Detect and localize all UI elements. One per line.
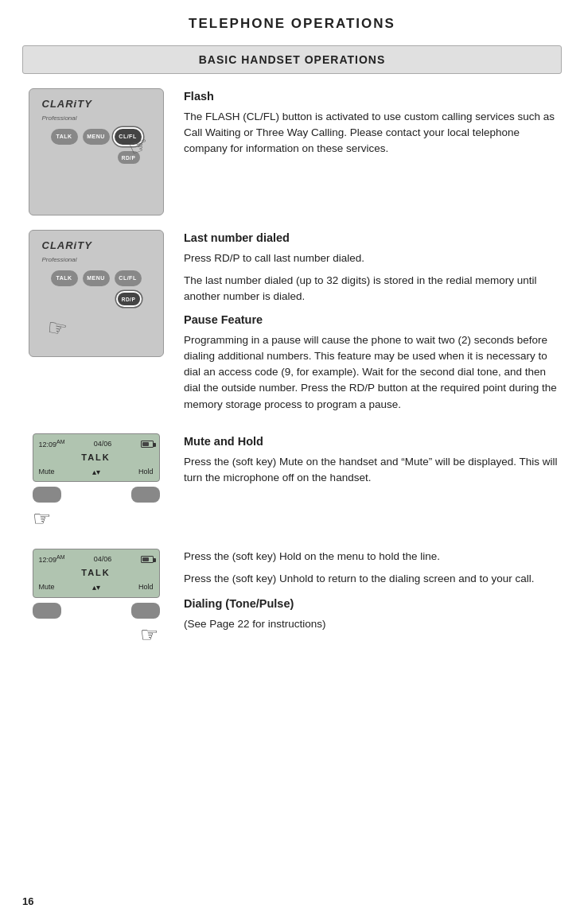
heading-mute: Mute and Hold xyxy=(184,433,562,450)
image-last-number: CLARiTY Professional TALK MENU CL/FL RD/… xyxy=(22,230,169,357)
text-flash: Flash The FLASH (CL/FL) button is activa… xyxy=(184,88,562,164)
talk-btn-2: TALK xyxy=(51,270,78,286)
battery-icon-mute xyxy=(141,439,154,449)
menu-btn-1: MENU xyxy=(83,129,110,145)
image-flash: CLARiTY Professional TALK MENU CL/FL RD/… xyxy=(22,88,169,215)
para-mute-1: Press the (soft key) Mute on the handset… xyxy=(184,454,562,487)
screen-soft-hold: Mute ▴▾ Hold xyxy=(39,582,154,594)
section-flash: CLARiTY Professional TALK MENU CL/FL RD/… xyxy=(22,88,562,215)
screen-time-mute: 12:09AM xyxy=(39,438,65,450)
image-hold: 12:09AM 04/06 TALK Mute ▴▾ Hold xyxy=(22,549,169,650)
softkey-btns-mute xyxy=(33,487,160,503)
clarity-logo-sub-1: Professional xyxy=(42,114,77,123)
screen-date-hold: 04/06 xyxy=(94,554,112,565)
rdp-btn-2: RD/P xyxy=(118,293,140,305)
heading-last-number: Last number dialed xyxy=(184,230,562,247)
hand-pointer-2: ☞ xyxy=(44,311,69,346)
para-dialing-1: (See Page 22 for instructions) xyxy=(184,616,562,632)
menu-btn-2: MENU xyxy=(83,270,110,286)
section-hold: 12:09AM 04/06 TALK Mute ▴▾ Hold xyxy=(22,549,562,650)
section-mute: 12:09AM 04/06 TALK Mute ▴▾ Hold xyxy=(22,433,562,534)
para-hold-1: Press the (soft key) Hold on the menu to… xyxy=(184,549,562,565)
talk-btn-1: TALK xyxy=(51,129,78,145)
softkey-left-hold xyxy=(33,603,61,619)
softkey-btns-hold xyxy=(33,603,160,619)
handset-buttons-row-2: TALK MENU CL/FL xyxy=(36,270,157,286)
screen-top-hold: 12:09AM 04/06 xyxy=(39,553,154,565)
text-last-number: Last number dialed Press RD/P to call la… xyxy=(184,230,562,419)
text-hold: Press the (soft key) Hold on the menu to… xyxy=(184,549,562,639)
page-title: TELEPHONE OPERATIONS xyxy=(22,14,562,34)
section-header: BASIC HANDSET OPERATIONS xyxy=(22,45,562,74)
clarity-logo-1: CLARiTY xyxy=(42,97,92,112)
para-last-number-1: Press RD/P to call last number dialed. xyxy=(184,250,562,266)
hand-pointer-mute: ☞ xyxy=(33,504,51,534)
handset-image-1: CLARiTY Professional TALK MENU CL/FL RD/… xyxy=(29,88,164,215)
handset-image-2: CLARiTY Professional TALK MENU CL/FL RD/… xyxy=(29,230,164,357)
softkey-right-mute xyxy=(131,487,160,503)
heading-dialing: Dialing (Tone/Pulse) xyxy=(184,596,562,612)
phone-screen-mute: 12:09AM 04/06 TALK Mute ▴▾ Hold xyxy=(33,433,160,482)
phone-screen-hold: 12:09AM 04/06 TALK Mute ▴▾ Hold xyxy=(33,549,160,597)
para-pause-1: Programming in a pause will cause the ph… xyxy=(184,332,562,413)
clarity-logo-2: CLARiTY xyxy=(42,239,92,254)
text-mute: Mute and Hold Press the (soft key) Mute … xyxy=(184,433,562,493)
screen-date-mute: 04/06 xyxy=(94,439,112,449)
para-flash-1: The FLASH (CL/FL) button is activated to… xyxy=(184,109,562,157)
screen-soft-mute: Mute ▴▾ Hold xyxy=(39,467,154,479)
page-number: 16 xyxy=(22,895,33,910)
screen-talk-mute: TALK xyxy=(39,452,154,464)
para-hold-2: Press the (soft key) Unhold to return to… xyxy=(184,571,562,587)
clarity-logo-sub-2: Professional xyxy=(42,255,77,265)
clfl-btn-2: CL/FL xyxy=(115,270,142,286)
content-area: CLARiTY Professional TALK MENU CL/FL RD/… xyxy=(22,88,562,664)
heading-pause: Pause Feature xyxy=(184,312,562,328)
image-mute: 12:09AM 04/06 TALK Mute ▴▾ Hold xyxy=(22,433,169,534)
hand-pointer-hold: ☞ xyxy=(140,620,158,650)
section-last-number: CLARiTY Professional TALK MENU CL/FL RD/… xyxy=(22,230,562,419)
softkey-right-hold xyxy=(131,603,160,619)
screen-time-hold: 12:09AM xyxy=(39,553,65,565)
screen-talk-hold: TALK xyxy=(39,567,154,580)
battery-icon-hold xyxy=(141,554,154,565)
screen-top-mute: 12:09AM 04/06 xyxy=(39,438,154,450)
para-last-number-2: The last number dialed (up to 32 digits)… xyxy=(184,273,562,305)
softkey-left-mute xyxy=(33,487,61,503)
heading-flash: Flash xyxy=(184,88,562,105)
